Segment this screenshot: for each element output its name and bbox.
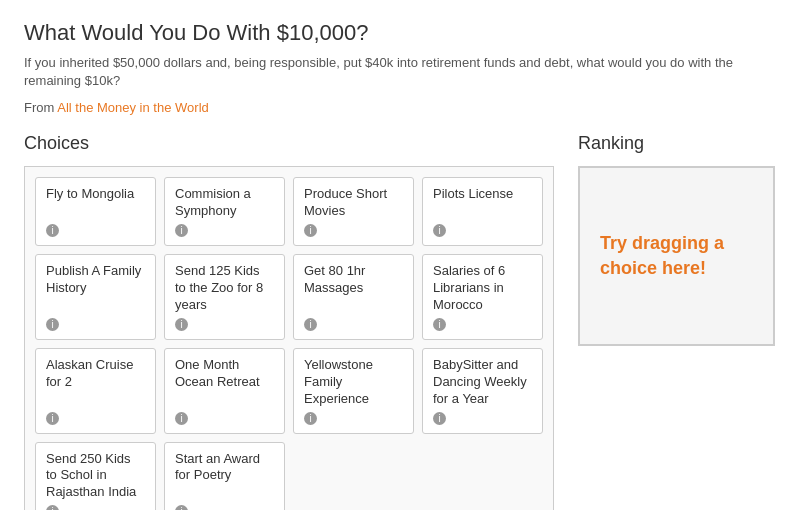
ranking-placeholder-text2: here! (657, 258, 706, 278)
page-title: What Would You Do With $10,000? (24, 20, 775, 46)
choices-grid: Fly to MongoliaiCommision a SymphonyiPro… (35, 177, 543, 510)
info-icon[interactable]: i (304, 318, 317, 331)
info-icon[interactable]: i (433, 412, 446, 425)
info-icon[interactable]: i (46, 318, 59, 331)
choice-card[interactable]: Get 80 1hr Massagesi (293, 254, 414, 340)
choice-card[interactable]: BabySitter and Dancing Weekly for a Year… (422, 348, 543, 434)
choice-card[interactable]: Salaries of 6 Librarians in Moroccoi (422, 254, 543, 340)
choice-card[interactable]: Commision a Symphonyi (164, 177, 285, 246)
choice-text: Get 80 1hr Massages (304, 263, 403, 314)
choice-text: Alaskan Cruise for 2 (46, 357, 145, 408)
info-icon[interactable]: i (46, 224, 59, 237)
info-icon[interactable]: i (46, 505, 59, 510)
info-icon[interactable]: i (175, 224, 188, 237)
choice-card[interactable]: Produce Short Moviesi (293, 177, 414, 246)
info-icon[interactable]: i (304, 412, 317, 425)
choice-card[interactable]: Yellowstone Family Experiencei (293, 348, 414, 434)
choice-card[interactable]: Send 125 Kids to the Zoo for 8 yearsi (164, 254, 285, 340)
choice-text: Send 125 Kids to the Zoo for 8 years (175, 263, 274, 314)
choice-card[interactable]: One Month Ocean Retreati (164, 348, 285, 434)
ranking-title: Ranking (578, 133, 775, 154)
ranking-placeholder-text1: Try (600, 233, 632, 253)
source-from-label: From (24, 100, 54, 115)
choice-text: Fly to Mongolia (46, 186, 145, 220)
page-subtitle: If you inherited $50,000 dollars and, be… (24, 54, 775, 90)
ranking-placeholder: Try dragging a choice here! (600, 231, 753, 281)
choice-text: Salaries of 6 Librarians in Morocco (433, 263, 532, 314)
choice-text: Produce Short Movies (304, 186, 403, 220)
info-icon[interactable]: i (433, 224, 446, 237)
source-line: From All the Money in the World (24, 100, 775, 115)
choice-card[interactable]: Send 250 Kids to Schol in Rajasthan Indi… (35, 442, 156, 511)
info-icon[interactable]: i (175, 412, 188, 425)
choices-grid-container: Fly to MongoliaiCommision a SymphonyiPro… (24, 166, 554, 510)
choice-card[interactable]: Pilots Licensei (422, 177, 543, 246)
choice-text: Yellowstone Family Experience (304, 357, 403, 408)
choice-text: Send 250 Kids to Schol in Rajasthan Indi… (46, 451, 145, 502)
info-icon[interactable]: i (175, 505, 188, 510)
main-layout: Choices Fly to MongoliaiCommision a Symp… (24, 133, 775, 510)
choice-text: Start an Award for Poetry (175, 451, 274, 502)
choice-card[interactable]: Start an Award for Poetryi (164, 442, 285, 511)
source-link[interactable]: All the Money in the World (57, 100, 209, 115)
choice-text: Pilots License (433, 186, 532, 220)
info-icon[interactable]: i (46, 412, 59, 425)
choice-text: Commision a Symphony (175, 186, 274, 220)
choice-text: BabySitter and Dancing Weekly for a Year (433, 357, 532, 408)
choice-card[interactable]: Alaskan Cruise for 2i (35, 348, 156, 434)
info-icon[interactable]: i (175, 318, 188, 331)
choices-title: Choices (24, 133, 554, 154)
ranking-section: Ranking Try dragging a choice here! (578, 133, 775, 346)
info-icon[interactable]: i (304, 224, 317, 237)
choices-section: Choices Fly to MongoliaiCommision a Symp… (24, 133, 554, 510)
choice-card[interactable]: Publish A Family Historyi (35, 254, 156, 340)
choice-card[interactable]: Fly to Mongoliai (35, 177, 156, 246)
info-icon[interactable]: i (433, 318, 446, 331)
choice-text: One Month Ocean Retreat (175, 357, 274, 408)
ranking-dropzone[interactable]: Try dragging a choice here! (578, 166, 775, 346)
choice-text: Publish A Family History (46, 263, 145, 314)
